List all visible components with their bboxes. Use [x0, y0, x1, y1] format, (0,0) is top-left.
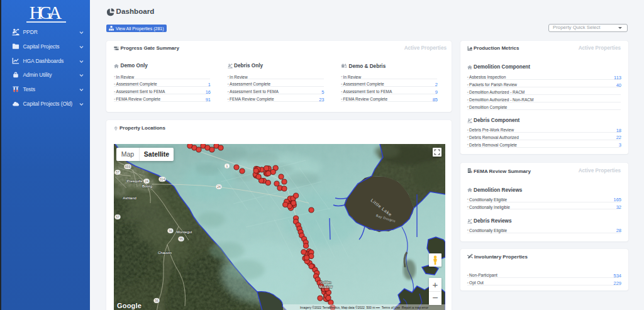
- svg-text:1: 1: [226, 164, 228, 168]
- svg-text:Ashland: Ashland: [123, 196, 136, 200]
- svg-text:659: 659: [125, 165, 131, 169]
- svg-text:Golden: Golden: [320, 280, 331, 284]
- svg-text:Bourg: Bourg: [142, 184, 152, 188]
- svg-text:Presquile: Presquile: [126, 179, 143, 183]
- svg-text:Meadow: Meadow: [319, 285, 333, 289]
- svg-text:57: 57: [116, 215, 119, 219]
- svg-text:56: 56: [155, 299, 158, 302]
- svg-text:Montegut: Montegut: [176, 230, 192, 234]
- svg-text:24: 24: [145, 179, 148, 183]
- svg-text:57: 57: [116, 170, 119, 174]
- svg-text:56: 56: [169, 229, 172, 233]
- svg-text:24: 24: [217, 185, 221, 189]
- svg-text:314: 314: [160, 177, 165, 181]
- svg-text:Chauvin: Chauvin: [158, 251, 172, 255]
- svg-text:55: 55: [179, 237, 183, 241]
